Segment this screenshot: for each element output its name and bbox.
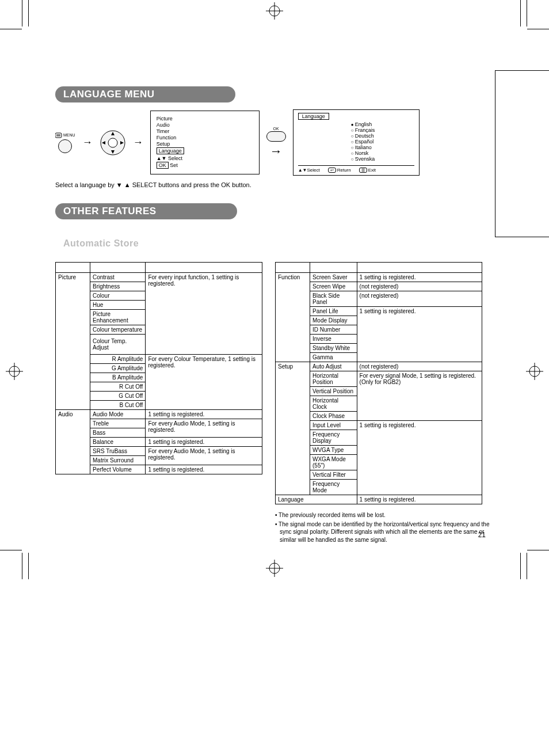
setting-name: Auto Adjust bbox=[310, 362, 357, 371]
setting-name: Brightness bbox=[90, 282, 146, 291]
ok-button-label: OK bbox=[273, 127, 279, 131]
side-tab bbox=[495, 70, 549, 237]
crop-mark bbox=[520, 0, 527, 26]
setting-name: G Amplitude bbox=[90, 364, 146, 373]
menu-button-label: MENU bbox=[63, 133, 75, 137]
setting-name: Screen Wipe bbox=[310, 282, 357, 291]
setting-name: Picture Enhancement bbox=[90, 310, 146, 325]
return-icon: ↩ bbox=[328, 168, 336, 173]
setting-name: Contrast bbox=[90, 273, 146, 282]
page-number: 21 bbox=[478, 531, 486, 539]
setting-note: For every Audio Mode, 1 setting is regis… bbox=[146, 447, 262, 465]
setting-name: Hue bbox=[90, 301, 146, 310]
navigation-flow: MENU → → Picture Audio Timer Function Se… bbox=[55, 109, 494, 176]
setting-note: (not registered) bbox=[357, 362, 482, 371]
setting-name: Vertical Filter bbox=[310, 470, 357, 480]
crop-mark bbox=[0, 550, 22, 550]
setting-name: Colour Temp. Adjust bbox=[90, 335, 146, 355]
setting-name: Screen Saver bbox=[310, 273, 357, 282]
registration-mark-icon bbox=[6, 363, 23, 381]
registration-mark-icon bbox=[266, 560, 283, 577]
setting-name: Horizontal Clock bbox=[310, 396, 357, 412]
setting-name: Treble bbox=[90, 419, 146, 428]
osd-language-option: Italiano bbox=[351, 145, 414, 150]
section-title: OTHER FEATURES bbox=[63, 206, 157, 216]
setting-note: 1 setting is registered. bbox=[357, 495, 482, 504]
osd-language-option: Español bbox=[351, 139, 414, 145]
subsection-header-automatic-store: Automatic Store bbox=[55, 237, 219, 250]
setting-name: Matrix Surround bbox=[90, 456, 146, 465]
section-header-language-menu: LANGUAGE MENU bbox=[55, 86, 494, 102]
section-title: LANGUAGE MENU bbox=[63, 89, 155, 100]
dpad-icon bbox=[100, 130, 126, 156]
arrow-right-icon: → bbox=[270, 144, 283, 159]
category-cell: Picture bbox=[56, 273, 90, 410]
setting-name: Panel Life bbox=[310, 307, 357, 316]
crop-mark bbox=[527, 29, 549, 29]
category-cell: Audio bbox=[56, 410, 90, 474]
setting-name: WVGA Type bbox=[310, 446, 357, 455]
category-cell: Setup bbox=[276, 362, 310, 495]
setting-note: For every Audio Mode, 1 setting is regis… bbox=[146, 419, 262, 438]
osd-item: Setup bbox=[157, 141, 253, 147]
footnote-text: The previously recorded items will be lo… bbox=[279, 512, 386, 518]
category-cell: Function bbox=[276, 273, 310, 362]
setting-name: Frequency Mode bbox=[310, 480, 357, 495]
setting-note: 1 setting is registered. bbox=[146, 410, 262, 419]
settings-table-right: Function Screen Saver 1 setting is regis… bbox=[275, 262, 482, 504]
updown-icon: ▲▼ bbox=[298, 168, 307, 173]
osd-language-menu: Language English Français Deutsch Españo… bbox=[293, 109, 420, 176]
section-header-other-features: OTHER FEATURES bbox=[55, 203, 494, 219]
setting-note: 1 setting is registered. bbox=[146, 438, 262, 447]
footer-return: Return bbox=[337, 168, 351, 173]
setting-name: WXGA Mode (55") bbox=[310, 455, 357, 470]
setting-note: (not registered) bbox=[357, 291, 482, 307]
osd-item: Picture bbox=[157, 116, 253, 121]
registration-mark-icon bbox=[526, 363, 543, 381]
setting-note: 1 setting is registered. bbox=[357, 307, 482, 362]
setting-name: Horizontal Position bbox=[310, 371, 357, 387]
osd-main-menu: Picture Audio Timer Function Setup Langu… bbox=[150, 111, 260, 174]
setting-name: Mode Display bbox=[310, 316, 357, 325]
ok-button-icon: OK bbox=[266, 127, 286, 142]
setting-name: Colour temperature bbox=[90, 325, 146, 335]
osd-language-option: Svenska bbox=[351, 156, 414, 162]
osd-language-option: English bbox=[351, 121, 414, 127]
osd-language-option: Deutsch bbox=[351, 133, 414, 139]
crop-mark bbox=[0, 29, 22, 29]
setting-note: (not registered) bbox=[357, 282, 482, 291]
ok-label: OK bbox=[157, 162, 169, 169]
footnote-text: The signal mode can be identified by the… bbox=[279, 521, 489, 543]
osd-language-title: Language bbox=[298, 113, 329, 120]
setting-name: R Amplitude bbox=[90, 355, 146, 364]
crop-mark bbox=[22, 0, 29, 26]
setting-name: Black Side Panel bbox=[310, 291, 357, 307]
instruction-text: Select a language by ▼ ▲ SELECT buttons … bbox=[55, 181, 494, 188]
footnotes: • The previously recorded items will be … bbox=[275, 511, 494, 544]
setting-note: 1 setting is registered. bbox=[146, 465, 262, 474]
osd-hint: Select bbox=[168, 155, 182, 161]
footnote: • The previously recorded items will be … bbox=[275, 511, 494, 519]
footer-exit: Exit bbox=[368, 168, 376, 173]
osd-language-option: Norsk bbox=[351, 150, 414, 156]
setting-name: SRS TruBass bbox=[90, 447, 146, 456]
arrow-right-icon: → bbox=[82, 136, 93, 149]
setting-name: Bass bbox=[90, 428, 146, 438]
svg-point-16 bbox=[108, 138, 117, 147]
settings-table-left: Picture Contrast For every input functio… bbox=[55, 262, 262, 474]
crop-mark bbox=[527, 550, 549, 550]
footnote: • The signal mode can be identified by t… bbox=[275, 521, 494, 544]
setting-name: Frequency Display bbox=[310, 430, 357, 446]
setting-name: Standby White bbox=[310, 344, 357, 353]
setting-note: 1 setting is registered. bbox=[357, 421, 482, 495]
subsection-title: Automatic Store bbox=[63, 238, 139, 248]
setting-name: Perfect Volume bbox=[90, 465, 146, 474]
footer-select: Select bbox=[307, 168, 319, 173]
setting-name: G Cut Off bbox=[90, 392, 146, 401]
svg-rect-12 bbox=[55, 133, 62, 138]
setting-name: Inverse bbox=[310, 335, 357, 344]
crop-mark bbox=[22, 553, 29, 579]
osd-language-options: English Français Deutsch Español Italian… bbox=[351, 121, 414, 162]
updown-icon: ▲▼ bbox=[157, 155, 167, 161]
arrow-right-icon: → bbox=[133, 136, 143, 149]
